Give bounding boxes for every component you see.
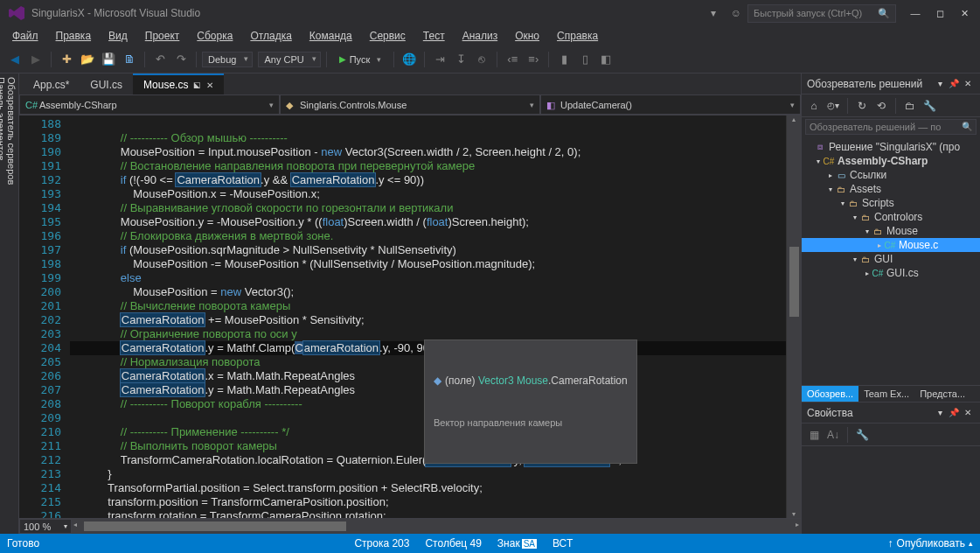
- alphabetical-button[interactable]: A↓: [824, 426, 842, 444]
- horizontal-scrollbar[interactable]: ◂ ▸: [72, 519, 801, 534]
- document-tabs: App.cs* GUI.cs Mouse.cs⬕✕: [19, 74, 801, 94]
- pin-panel-button[interactable]: 📌: [947, 408, 961, 417]
- minimize-button[interactable]: —: [903, 8, 928, 18]
- comment-button[interactable]: ▮: [554, 50, 573, 69]
- categorized-button[interactable]: ▦: [805, 426, 823, 444]
- tab-team-explorer[interactable]: Team Ex...: [858, 386, 914, 402]
- step-button[interactable]: ↧: [451, 50, 470, 69]
- refresh-button[interactable]: ↻: [853, 97, 871, 115]
- main-toolbar: ◀ ▶ ✚ 📂 💾 🗎 ↶ ↷ Debug Any CPU ▶Пуск▾ 🌐 ⇥…: [0, 46, 980, 74]
- solution-search-input[interactable]: Обозреватель решений — по🔍: [805, 119, 977, 135]
- properties-button[interactable]: 🔧: [921, 97, 938, 115]
- scroll-up-arrow[interactable]: ▴: [787, 116, 801, 123]
- platform-combo[interactable]: Any CPU: [258, 52, 320, 67]
- scroll-right-arrow[interactable]: ▸: [794, 519, 801, 530]
- tree-references[interactable]: ▸▭Ссылки: [802, 168, 980, 182]
- nav-project-combo[interactable]: C#Assembly-CSharp: [19, 94, 280, 115]
- properties-toolbar: ▦ A↓ 🔧: [802, 424, 980, 446]
- menu-help[interactable]: Справка: [548, 28, 607, 44]
- browser-button[interactable]: 🌐: [400, 50, 419, 69]
- pin-icon[interactable]: ⬕: [193, 80, 201, 89]
- menu-bar: Файл Правка Вид Проект Сборка Отладка Ко…: [0, 26, 980, 46]
- maximize-button[interactable]: ◻: [928, 8, 952, 19]
- navigation-bar: C#Assembly-CSharp ◆Singlaris.Controls.Mo…: [19, 94, 801, 116]
- folder-icon: 🗀: [835, 183, 847, 195]
- menu-file[interactable]: Файл: [3, 28, 47, 44]
- home-button[interactable]: ⌂: [805, 97, 823, 115]
- indent-button[interactable]: ≡›: [524, 50, 543, 69]
- hscroll-thumb[interactable]: [84, 522, 346, 531]
- menu-team[interactable]: Команда: [301, 28, 361, 44]
- uncomment-button[interactable]: ▯: [575, 50, 594, 69]
- run-button[interactable]: ▶Пуск▾: [332, 52, 389, 66]
- sync-button[interactable]: ⟲: [872, 97, 890, 115]
- config-combo[interactable]: Debug: [202, 52, 253, 67]
- show-all-button[interactable]: 🗀: [901, 97, 919, 115]
- tab-mouse-cs[interactable]: Mouse.cs⬕✕: [133, 74, 224, 94]
- tree-project[interactable]: ▾C#Assembly-CSharp: [802, 154, 980, 168]
- menu-service[interactable]: Сервис: [361, 28, 414, 44]
- vertical-scrollbar[interactable]: ▴ ▾: [786, 116, 801, 518]
- menu-view[interactable]: Вид: [100, 28, 136, 44]
- menu-window[interactable]: Окно: [506, 28, 548, 44]
- scroll-thumb[interactable]: [789, 247, 799, 317]
- new-project-button[interactable]: ✚: [57, 50, 76, 69]
- tree-solution[interactable]: ⧈Решение "SingularisX" (про: [802, 140, 980, 154]
- tab-app-cs[interactable]: App.cs*: [23, 74, 80, 94]
- save-button[interactable]: 💾: [99, 50, 118, 69]
- menu-edit[interactable]: Правка: [47, 28, 101, 44]
- tab-solution-explorer[interactable]: Обозрев...: [802, 386, 858, 402]
- folder-icon: 🗀: [859, 253, 872, 265]
- redo-button[interactable]: ↷: [171, 50, 191, 69]
- feedback-icon[interactable]: ☺: [730, 7, 742, 19]
- close-tab-icon[interactable]: ✕: [206, 80, 213, 90]
- tree-scripts[interactable]: ▾🗀Scripts: [802, 196, 980, 210]
- nav-class-combo[interactable]: ◆Singlaris.Controls.Mouse: [280, 94, 540, 115]
- tree-mouse[interactable]: ▾🗀Mouse: [802, 224, 980, 238]
- tab-class-view[interactable]: Предста...: [914, 386, 970, 402]
- collapse-button[interactable]: ◴▾: [824, 97, 842, 115]
- solution-explorer-header: Обозреватель решений ▾ 📌 ✕: [802, 74, 980, 94]
- nav-forward-button[interactable]: ▶: [26, 50, 45, 69]
- folder-icon: 🗀: [872, 225, 884, 237]
- play-icon: ▶: [339, 54, 346, 64]
- nav-member-combo[interactable]: ◧UpdateCamera(): [540, 94, 801, 115]
- open-button[interactable]: 📂: [78, 50, 97, 69]
- break-button[interactable]: ⎋: [472, 50, 491, 69]
- outdent-button[interactable]: ‹≡: [503, 50, 522, 69]
- menu-analysis[interactable]: Анализ: [454, 28, 507, 44]
- close-panel-button[interactable]: ✕: [961, 79, 975, 88]
- tree-mouse-cs[interactable]: ▸C#Mouse.c: [802, 238, 980, 252]
- zoom-combo[interactable]: 100 %▾: [19, 519, 72, 534]
- panel-menu-button[interactable]: ▾: [933, 79, 947, 88]
- pin-panel-button[interactable]: 📌: [947, 79, 961, 88]
- close-button[interactable]: ✕: [952, 8, 977, 19]
- publish-button[interactable]: ↑Опубликовать▴: [888, 537, 973, 550]
- menu-project[interactable]: Проект: [136, 28, 189, 44]
- nav-back-button[interactable]: ◀: [5, 50, 24, 69]
- close-panel-button[interactable]: ✕: [961, 408, 975, 417]
- tree-gui-cs[interactable]: ▸C#GUI.cs: [802, 266, 980, 280]
- events-button[interactable]: 🔧: [853, 426, 871, 444]
- flag-icon[interactable]: ▾: [707, 7, 719, 19]
- bookmark-button[interactable]: ◧: [596, 50, 615, 69]
- code-editor[interactable]: // ---------- Обзор мышью ---------- Mou…: [70, 116, 786, 518]
- tree-gui[interactable]: ▾🗀GUI: [802, 252, 980, 266]
- tab-gui-cs[interactable]: GUI.cs: [80, 74, 133, 94]
- quick-launch-input[interactable]: Быстрый запуск (Ctrl+Q)🔍: [747, 4, 896, 23]
- panel-menu-button[interactable]: ▾: [933, 408, 947, 417]
- undo-button[interactable]: ↶: [150, 50, 170, 69]
- server-explorer-tab[interactable]: Обозреватель серверов: [6, 77, 17, 522]
- scroll-down-arrow[interactable]: ▾: [787, 510, 801, 518]
- step-out-button[interactable]: ⇥: [430, 50, 449, 69]
- window-title: SingularisX - Microsoft Visual Studio: [31, 7, 200, 19]
- tree-controlors[interactable]: ▾🗀Controlors: [802, 210, 980, 224]
- menu-debug[interactable]: Отладка: [241, 28, 300, 44]
- menu-build[interactable]: Сборка: [188, 28, 241, 44]
- toolbox-tab[interactable]: Панель элементов: [0, 77, 6, 522]
- save-all-button[interactable]: 🗎: [120, 50, 139, 69]
- menu-test[interactable]: Тест: [414, 28, 454, 44]
- class-icon: ◆: [286, 100, 296, 110]
- scroll-left-arrow[interactable]: ◂: [72, 519, 79, 530]
- tree-assets[interactable]: ▾🗀Assets: [802, 182, 980, 196]
